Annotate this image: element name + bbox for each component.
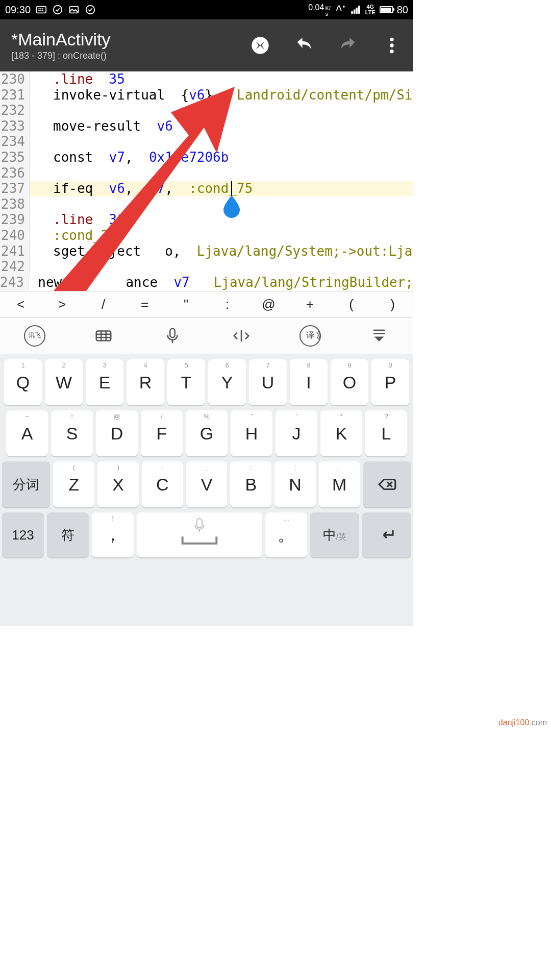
line-number: 240 [0, 228, 30, 243]
key-numbers[interactable]: 123 [2, 512, 44, 557]
key-q[interactable]: 1Q [4, 359, 42, 405]
key-h[interactable]: "H [231, 410, 272, 456]
symbol-key[interactable]: > [41, 297, 83, 312]
key-x[interactable]: )X [97, 461, 139, 507]
symbol-key[interactable]: = [124, 297, 165, 312]
key-n[interactable]: ;N [274, 461, 316, 507]
svg-point-20 [390, 50, 393, 53]
code-line[interactable]: 240:cond_2c [0, 228, 413, 243]
line-number: 234 [0, 134, 30, 150]
code-line[interactable]: 237if-eq v6, v7, :cond_75 [0, 181, 413, 197]
key-space[interactable] [137, 512, 262, 557]
ime-cursor-move-button[interactable] [226, 324, 257, 348]
cursor-handle[interactable] [222, 195, 241, 218]
key-backspace[interactable] [363, 461, 412, 507]
symbol-key[interactable]: + [289, 297, 331, 312]
line-number: 239 [0, 212, 30, 228]
svg-rect-16 [393, 8, 394, 11]
status-right: 0.04 K/ s 4G LTE 80 [308, 3, 408, 17]
key-p[interactable]: 0P [371, 359, 409, 405]
svg-rect-13 [358, 6, 360, 14]
symbol-key[interactable]: ( [331, 297, 372, 312]
code-line[interactable]: 242 [0, 259, 413, 275]
symbol-key[interactable]: @ [248, 297, 289, 312]
redo-button[interactable] [338, 35, 358, 56]
navigate-button[interactable] [250, 35, 270, 56]
line-number: 233 [0, 118, 30, 134]
key-c[interactable]: -C [142, 461, 183, 507]
line-number: 230 [0, 71, 30, 87]
svg-point-4 [39, 10, 40, 11]
symbol-key[interactable]: " [165, 297, 207, 312]
ime-collapse-button[interactable] [364, 324, 394, 348]
picture-status-icon [68, 4, 80, 15]
key-i[interactable]: 8I [290, 359, 328, 405]
code-line[interactable]: 241sget-object o, Ljava/lang/System;->ou… [0, 243, 413, 259]
symbol-key[interactable]: < [0, 297, 41, 312]
ime-keyboard-switch-button[interactable] [88, 324, 119, 348]
symbol-shortcut-row: <>/=":@+() [0, 291, 413, 317]
code-line[interactable]: 235const v7, 0x1fe7206b [0, 150, 413, 165]
line-number: 242 [0, 259, 30, 275]
ime-brand-button[interactable]: 讯飞 [19, 324, 50, 348]
key-f[interactable]: /F [141, 410, 183, 456]
key-e[interactable]: 3E [86, 359, 123, 405]
file-subtitle: [183 - 379] : onCreate() [11, 51, 111, 61]
keyboard-row-1: 1Q2W3E4R5T6Y7U8I9O0P [2, 359, 411, 405]
key-s[interactable]: !S [51, 410, 93, 456]
code-line[interactable]: 238 [0, 197, 413, 212]
key-b[interactable]: :B [230, 461, 271, 507]
code-line[interactable]: 230.line 35 [0, 71, 413, 87]
key-comma[interactable]: !， [92, 512, 134, 557]
check-circle-icon [52, 4, 63, 15]
key-period[interactable]: …。 [265, 512, 307, 557]
key-symbols[interactable]: 符 [47, 512, 89, 557]
svg-rect-30 [197, 519, 202, 528]
key-o[interactable]: 9O [331, 359, 368, 405]
undo-button[interactable] [294, 35, 314, 56]
code-line[interactable]: 231invoke-virtual {v6}, Landroid/content… [0, 87, 413, 103]
svg-rect-15 [381, 8, 391, 12]
key-w[interactable]: 2W [45, 359, 83, 405]
line-number: 232 [0, 103, 30, 118]
net-speed-unit: K/ s [325, 6, 330, 17]
key-u[interactable]: 7U [249, 359, 287, 405]
key-y[interactable]: 6Y [208, 359, 246, 405]
key-enter[interactable] [362, 512, 411, 557]
symbol-key[interactable]: / [83, 297, 124, 312]
key-segment[interactable]: 分词 [2, 461, 51, 507]
mute-icon [335, 4, 346, 15]
code-line[interactable]: 232 [0, 103, 413, 118]
ime-voice-button[interactable] [157, 324, 188, 348]
code-line[interactable]: 236 [0, 165, 413, 181]
key-g[interactable]: %G [186, 410, 228, 456]
net-speed-value: 0.04 [308, 3, 324, 12]
ime-translate-button[interactable]: 译 [295, 324, 325, 348]
code-line[interactable]: 243new-in ance v7 Ljava/lang/StringBuild… [0, 275, 413, 290]
key-language-switch[interactable]: 中/英 [310, 512, 359, 557]
key-a[interactable]: ~A [6, 410, 48, 456]
code-line[interactable]: 239.line 36 [0, 212, 413, 228]
code-editor[interactable]: 230.line 35231invoke-virtual {v6}, Landr… [0, 71, 413, 291]
symbol-key[interactable]: : [207, 297, 248, 312]
overflow-menu-button[interactable] [382, 35, 402, 56]
code-line[interactable]: 234 [0, 134, 413, 150]
key-k[interactable]: *K [320, 410, 362, 456]
key-r[interactable]: 4R [127, 359, 164, 405]
network-speed: 0.04 K/ s [308, 3, 331, 17]
keyboard-row-2: ~A!S@D/F%G"H'J*K?L [2, 410, 411, 456]
line-number: 237 [0, 181, 30, 197]
svg-rect-27 [170, 328, 175, 337]
key-j[interactable]: 'J [276, 410, 317, 456]
svg-point-3 [42, 8, 43, 9]
code-line[interactable]: 233move-result v6 [0, 118, 413, 134]
line-number: 243 [0, 275, 29, 290]
key-d[interactable]: @D [96, 410, 138, 456]
key-z[interactable]: (Z [53, 461, 94, 507]
key-l[interactable]: ?L [365, 410, 407, 456]
key-m[interactable]: 、M [319, 461, 360, 507]
key-t[interactable]: 5T [167, 359, 205, 405]
key-v[interactable]: _V [186, 461, 228, 507]
symbol-key[interactable]: ) [372, 297, 413, 312]
file-title: *MainActivity [11, 30, 111, 50]
